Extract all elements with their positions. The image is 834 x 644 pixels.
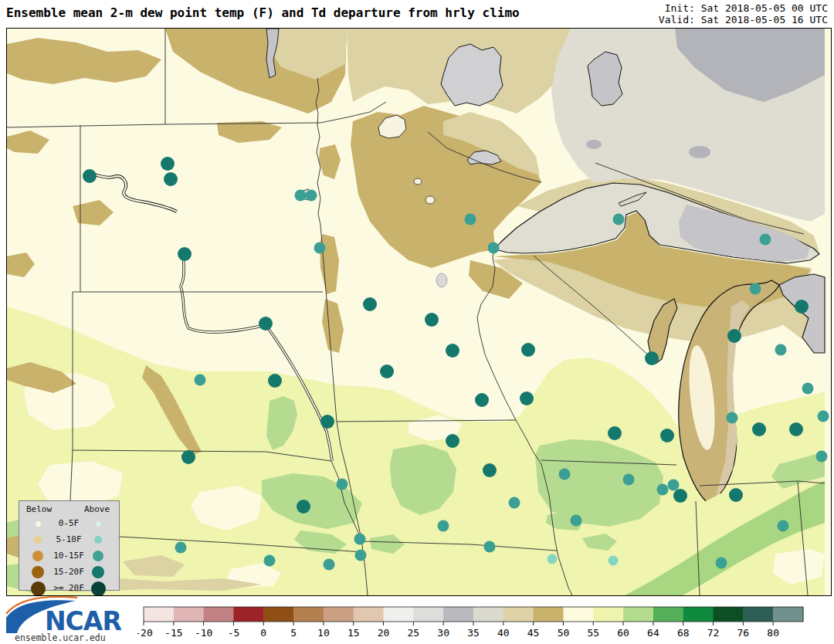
colorbar-segment: [263, 607, 293, 622]
colorbar-tick-label: -15: [164, 627, 182, 639]
station-dot: [380, 364, 394, 378]
station-dot: [446, 344, 459, 358]
colorbar-tick-label: 5: [290, 627, 297, 639]
colorbar-tick-label: 80: [767, 627, 779, 639]
dewpoint-colorbar: -20-15-10-505101520253035404550556064687…: [137, 604, 817, 642]
station-dot: [609, 556, 619, 566]
station-dot: [818, 411, 829, 422]
legend-above-header: Above: [84, 504, 110, 514]
station-dot: [571, 515, 582, 527]
station-dot: [320, 415, 334, 429]
station-dot: [83, 169, 97, 183]
station-dot: [559, 469, 571, 480]
station-dot: [195, 375, 206, 386]
station-dot: [509, 497, 520, 509]
colorbar-segment: [384, 607, 414, 622]
mille-lacs-lake: [436, 273, 447, 287]
colorbar-segment: [293, 607, 324, 622]
station-dot: [752, 422, 766, 436]
station-dot: [268, 374, 282, 388]
colorbar-tick-label: -5: [228, 627, 240, 639]
station-dot: [789, 422, 803, 436]
station-dot: [324, 559, 335, 571]
station-dot: [521, 343, 535, 357]
legend-below-header: Below: [26, 504, 52, 514]
colorbar-tick-label: 30: [437, 627, 449, 639]
station-dot: [264, 555, 276, 567]
colorbar-tick-label: 40: [497, 627, 510, 639]
colorbar-segment: [503, 607, 534, 622]
colorbar-tick-label: -10: [195, 627, 212, 639]
station-dot: [623, 474, 635, 486]
station-dot: [548, 554, 558, 564]
colorbar-tick-label: 35: [467, 627, 480, 639]
legend-swatch-dot: [96, 521, 101, 527]
colorbar-tick-label: 50: [558, 627, 570, 639]
colorbar-tick-label: 0: [260, 627, 266, 639]
station-dot: [727, 329, 741, 343]
departure-legend: Below Above 0-5F5-10F10-15F15-20F>= 20F: [19, 500, 120, 591]
colorbar-segment: [653, 607, 683, 622]
colorbar-segment: [773, 607, 803, 622]
station-dot: [673, 489, 687, 503]
colorbar-tick-label: 10: [317, 627, 330, 639]
site-url: ensemble.ucar.edu: [15, 632, 106, 643]
colorbar-tick-label: 45: [527, 627, 540, 639]
legend-row-label: 10-15F: [47, 551, 90, 561]
legend-row-label: 5-10F: [47, 534, 90, 544]
station-dot: [795, 300, 809, 314]
legend-row-label: 15-20F: [47, 567, 90, 577]
station-dot: [438, 520, 449, 532]
colorbar-tick-label: 60: [617, 627, 629, 639]
legend-swatch-dot: [32, 551, 43, 561]
colorbar-tick-label: 76: [737, 627, 750, 639]
colorbar-segment: [233, 607, 263, 622]
station-dot: [465, 214, 476, 225]
colorbar-tick-label: 15: [348, 627, 360, 639]
station-dot: [297, 500, 310, 514]
station-dot: [520, 391, 534, 405]
legend-swatch-dot: [91, 581, 106, 596]
station-dot: [802, 383, 814, 395]
station-dot: [175, 542, 187, 554]
legend-swatch-dot: [36, 521, 41, 527]
colorbar-tick-label: 55: [587, 627, 599, 639]
colorbar-segment: [593, 607, 623, 622]
colorbar-segment: [743, 607, 773, 622]
legend-row-label: >= 20F: [47, 583, 90, 593]
station-dot: [161, 157, 175, 171]
map-canvas: [7, 29, 831, 595]
station-dot: [354, 534, 366, 545]
station-dot: [178, 247, 192, 261]
station-dot: [727, 412, 738, 424]
colorbar-segment: [354, 607, 384, 622]
station-dot: [660, 429, 674, 442]
station-dot: [613, 214, 625, 225]
station-dot: [750, 283, 761, 295]
legend-swatch-dot: [92, 566, 104, 578]
station-dot: [729, 488, 743, 502]
colorbar-segment: [683, 607, 714, 622]
station-dot: [645, 351, 659, 365]
colorbar-segment: [473, 607, 503, 622]
station-dot: [716, 558, 727, 569]
legend-swatch-dot: [94, 536, 102, 544]
station-dot: [181, 450, 195, 464]
legend-swatch-dot: [31, 581, 46, 596]
station-dot: [816, 451, 828, 463]
colorbar-tick-label: -20: [137, 627, 153, 639]
leech-lake: [425, 196, 435, 204]
colorbar-segment: [623, 607, 653, 622]
colorbar-segment: [144, 607, 174, 622]
station-dot: [259, 317, 273, 330]
station-dot: [488, 242, 500, 254]
legend-row-label: 0-5F: [47, 518, 90, 528]
colorbar-segment: [324, 607, 354, 622]
station-dot: [778, 520, 789, 532]
init-time: Init: Sat 2018-05-05 00 UTC: [665, 2, 828, 14]
run-times: Init: Sat 2018-05-05 00 UTC Valid: Sat 2…: [659, 2, 828, 25]
station-dot: [355, 550, 367, 561]
station-dot: [608, 426, 622, 440]
colorbar-tick-label: 68: [677, 627, 690, 639]
station-dot: [760, 234, 771, 246]
